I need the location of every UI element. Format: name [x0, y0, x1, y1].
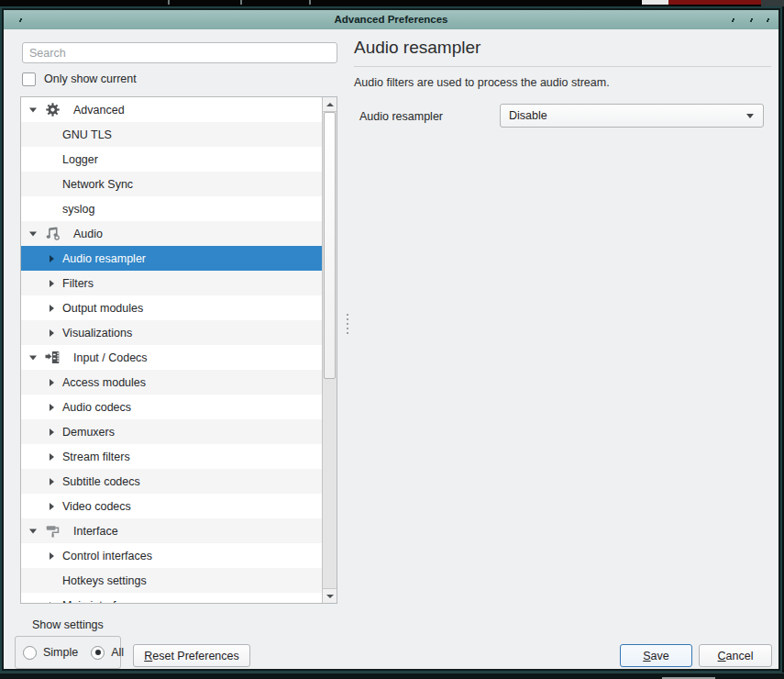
scroll-down-button[interactable]: [323, 588, 337, 603]
expand-arrow-icon[interactable]: [50, 478, 54, 485]
tree-item-syslog[interactable]: syslog: [21, 196, 322, 221]
background-tab-divider: [309, 0, 311, 5]
tree-item-stream-filters[interactable]: Stream filters: [21, 444, 322, 469]
tree-item-label: Interface: [73, 525, 118, 538]
cancel-button[interactable]: Cancel: [699, 644, 772, 667]
maximize-icon[interactable]: [748, 18, 754, 22]
tree-item-label: Audio resampler: [62, 252, 146, 265]
collapse-arrow-icon[interactable]: [29, 355, 37, 360]
tree-item-label: Main interfaces: [62, 599, 140, 604]
tree-item-logger[interactable]: Logger: [21, 147, 322, 172]
tree-item-label: Network Sync: [62, 178, 133, 191]
audio-note-icon: [45, 226, 61, 241]
background-tab-divider: [240, 0, 242, 5]
show-settings-group: SimpleAll: [15, 636, 121, 669]
tree-item-label: Access modules: [62, 376, 146, 389]
tree-item-demuxers[interactable]: Demuxers: [21, 419, 322, 444]
close-icon[interactable]: [765, 18, 770, 22]
scroll-down-icon: [326, 595, 334, 598]
radio-option-simple[interactable]: Simple: [23, 646, 78, 660]
background-tab-divider: [168, 0, 170, 5]
background-window-top-strip: [0, 0, 784, 6]
tree-rows: AdvancedGNU TLSLoggerNetwork Syncsyslog …: [21, 97, 322, 603]
expand-arrow-icon[interactable]: [50, 404, 54, 411]
tree-item-label: syslog: [62, 203, 94, 216]
scroll-up-icon: [326, 103, 334, 106]
expand-arrow-icon[interactable]: [50, 379, 54, 386]
collapse-arrow-icon[interactable]: [29, 529, 37, 533]
background-window-red-segment: [668, 0, 761, 5]
expand-arrow-icon[interactable]: [50, 503, 54, 510]
tree-item-audio-resampler[interactable]: Audio resampler: [21, 246, 322, 271]
expand-arrow-icon[interactable]: [50, 255, 54, 262]
expand-arrow-icon[interactable]: [50, 305, 54, 312]
tree-item-label: Advanced: [73, 104, 125, 117]
tree-item-label: Video codecs: [62, 500, 131, 513]
tree-item-access-modules[interactable]: Access modules: [21, 370, 322, 395]
radio-option-all[interactable]: All: [91, 646, 124, 660]
search-input[interactable]: [22, 42, 337, 63]
expand-arrow-icon[interactable]: [50, 552, 54, 560]
save-button[interactable]: Save: [620, 644, 692, 667]
panel-splitter-handle[interactable]: [344, 311, 350, 339]
chevron-down-icon: [746, 114, 754, 118]
only-show-current-option[interactable]: Only show current: [22, 72, 137, 86]
expand-arrow-icon[interactable]: [50, 453, 54, 461]
tree-item-label: Filters: [62, 277, 94, 290]
tree-item-main-interfaces[interactable]: Main interfaces: [21, 593, 322, 603]
tree-item-label: Control interfaces: [62, 550, 152, 562]
tree-item-output-modules[interactable]: Output modules: [21, 295, 322, 320]
tree-item-audio-codecs[interactable]: Audio codecs: [21, 395, 322, 419]
background-window-corner: [761, 0, 784, 6]
collapse-arrow-icon[interactable]: [29, 231, 37, 236]
expand-arrow-icon[interactable]: [50, 329, 54, 337]
background-window-segment: [642, 0, 668, 5]
expand-arrow-icon[interactable]: [50, 602, 54, 604]
radio-unselected-icon[interactable]: [23, 646, 37, 660]
gear-icon: [45, 102, 61, 117]
window-title: Advanced Preferences: [4, 10, 778, 29]
tree-item-network-sync[interactable]: Network Sync: [21, 172, 322, 196]
tree-item-label: Subtitle codecs: [62, 475, 140, 488]
reset-preferences-button[interactable]: Reset Preferences: [133, 644, 250, 667]
radio-label: All: [111, 646, 124, 659]
checkbox-icon[interactable]: [22, 72, 36, 86]
scrollbar-thumb[interactable]: [324, 112, 336, 379]
tree-item-subtitle-codecs[interactable]: Subtitle codecs: [21, 469, 322, 494]
scroll-up-button[interactable]: [323, 97, 337, 112]
audio-resampler-field-label: Audio resampler: [359, 110, 443, 123]
panel-title-rule: [354, 66, 771, 67]
collapse-arrow-icon[interactable]: [29, 107, 37, 112]
tree-item-label: Hotkeys settings: [62, 574, 147, 587]
tree-item-input-codecs[interactable]: Input / Codecs: [21, 345, 322, 370]
paint-roller-icon: [45, 523, 61, 539]
tree-scrollbar[interactable]: [322, 97, 337, 603]
tree-item-label: Audio: [73, 228, 103, 240]
panel-title: Audio resampler: [354, 38, 480, 58]
audio-resampler-selected-value: Disable: [509, 109, 547, 122]
tree-item-video-codecs[interactable]: Video codecs: [21, 494, 322, 518]
expand-arrow-icon[interactable]: [50, 280, 54, 287]
tree-item-gnu-tls[interactable]: GNU TLS: [21, 122, 322, 147]
radio-label: Simple: [43, 646, 78, 659]
expand-arrow-icon[interactable]: [50, 429, 54, 436]
show-settings-label: Show settings: [32, 618, 104, 631]
tree-item-advanced[interactable]: Advanced: [21, 97, 322, 122]
tree-item-interface[interactable]: Interface: [21, 518, 322, 543]
desktop: Advanced Preferences Only show current: [0, 0, 784, 679]
tree-item-hotkeys-settings[interactable]: Hotkeys settings: [21, 568, 322, 593]
tree-item-filters[interactable]: Filters: [21, 271, 322, 295]
minimize-icon[interactable]: [730, 18, 735, 22]
audio-resampler-select[interactable]: Disable: [500, 104, 764, 128]
tree-item-audio[interactable]: Audio: [21, 221, 322, 246]
radio-selected-icon[interactable]: [91, 646, 105, 660]
titlebar[interactable]: Advanced Preferences: [4, 10, 778, 30]
tree-item-visualizations[interactable]: Visualizations: [21, 320, 322, 345]
checkbox-label: Only show current: [44, 72, 137, 85]
tree-item-label: GNU TLS: [62, 128, 112, 141]
tree-item-label: Visualizations: [62, 327, 132, 340]
tree-item-control-interfaces[interactable]: Control interfaces: [21, 543, 322, 568]
dialog-content: Only show current AdvancedGNU TLSLoggerN…: [4, 29, 778, 669]
tree-item-label: Logger: [62, 153, 98, 166]
window-menu-icon[interactable]: [17, 18, 23, 22]
